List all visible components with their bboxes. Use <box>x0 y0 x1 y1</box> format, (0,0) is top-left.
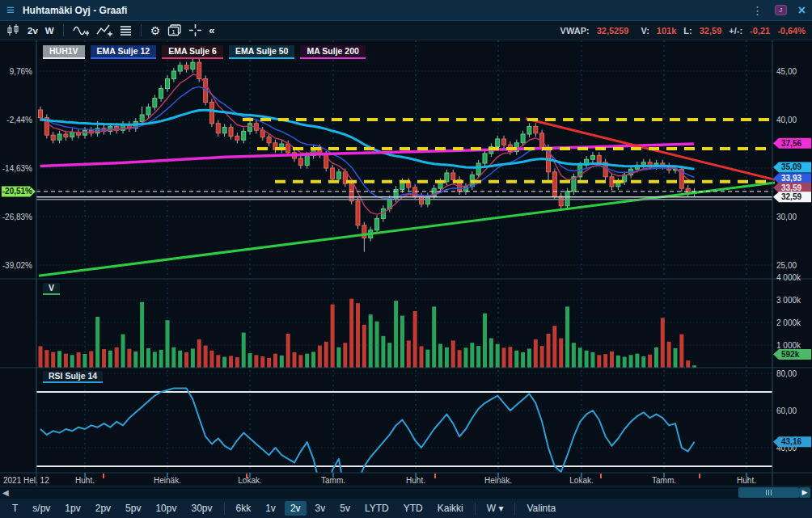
candle <box>267 137 271 143</box>
volume-bar <box>82 354 87 368</box>
volume-bar <box>635 354 639 368</box>
candle <box>242 131 246 140</box>
period-toolbar: Ts/pv1pv2pv5pv10pv30pv6kk1v2v3v5vLYTDYTD… <box>0 499 812 518</box>
svg-text:37,56: 37,56 <box>781 139 801 148</box>
volume-bar <box>648 355 652 368</box>
close-icon[interactable]: × <box>798 4 806 17</box>
legend-chip-huh1v[interactable]: HUH1V <box>43 45 85 59</box>
volume-bar <box>260 356 264 368</box>
interval-dropdown[interactable]: W ▾ <box>481 501 510 516</box>
period-button-2pv[interactable]: 2pv <box>90 501 116 516</box>
legend-chip-ema-sulje-12[interactable]: EMA Sulje 12 <box>91 45 157 59</box>
more-menu-icon[interactable]: ⋮ <box>752 4 763 17</box>
interval-button[interactable]: W <box>45 26 54 36</box>
add-indicator-icon[interactable] <box>73 23 89 38</box>
volume-axis-label: 4 000k <box>776 273 801 282</box>
scroll-right-icon[interactable]: ▶ <box>799 487 810 498</box>
candle <box>216 124 220 133</box>
collapse-toolbar-icon[interactable]: « <box>209 24 214 36</box>
volume-bar <box>242 333 246 368</box>
volume-bar <box>572 343 576 368</box>
candle <box>331 168 335 179</box>
range-button[interactable]: 2v <box>27 26 38 36</box>
time-scrollbar[interactable]: ◀ ▶ <box>0 486 812 499</box>
period-button-5pv[interactable]: 5pv <box>120 501 146 516</box>
period-button-lytd[interactable]: LYTD <box>359 501 395 516</box>
period-button-30pv[interactable]: 30pv <box>185 501 218 516</box>
chart-canvas[interactable]: 9,76%-2,44%-14,63%-26,83%-39,02%45,0040,… <box>0 40 812 486</box>
volume-bar <box>489 339 493 368</box>
period-button-t[interactable]: T <box>6 501 23 516</box>
scroll-left-icon[interactable]: ◀ <box>2 487 9 499</box>
volume-bar <box>559 339 563 368</box>
selection-button[interactable]: Valinta <box>521 501 561 516</box>
left-axis-label: -2,44% <box>6 116 32 124</box>
event-tick <box>699 474 700 478</box>
x-axis-label: Huht. <box>406 476 425 485</box>
x-axis-label: Lokak. <box>238 476 261 485</box>
period-button-5v[interactable]: 5v <box>334 501 356 516</box>
period-button-1pv[interactable]: 1pv <box>59 501 86 516</box>
candle-style-icon[interactable] <box>6 23 20 38</box>
right-axis-label: 45,00 <box>776 67 797 76</box>
svg-text:33,93: 33,93 <box>781 174 801 183</box>
scrollbar-thumb[interactable] <box>738 487 799 498</box>
candle <box>349 183 353 201</box>
candle <box>178 65 182 71</box>
rsi-line <box>40 388 695 486</box>
candle <box>641 162 645 166</box>
menu-icon[interactable]: ≡ <box>6 3 15 17</box>
legend-chip-ma-sulje-200[interactable]: MA Sulje 200 <box>300 45 365 59</box>
legend-chip-ema-sulje-6[interactable]: EMA Sulje 6 <box>162 45 223 59</box>
candle <box>590 155 594 159</box>
volume-bar <box>298 355 302 368</box>
crosshair-icon[interactable] <box>189 23 201 38</box>
volume-bar <box>629 355 633 368</box>
change-pct-value: -0,64% <box>777 26 806 36</box>
period-button-10pv[interactable]: 10pv <box>150 501 182 516</box>
svg-text:32,59: 32,59 <box>781 192 801 201</box>
volume-bar <box>527 348 531 368</box>
x-axis-label: Heinäk. <box>154 476 181 485</box>
candle <box>375 218 379 230</box>
volume-bar <box>311 352 315 368</box>
period-button-6kk[interactable]: 6kk <box>230 501 257 516</box>
period-button-3v[interactable]: 3v <box>310 501 332 516</box>
left-axis-label: -14,63% <box>2 164 32 173</box>
right-axis-label: 25,00 <box>776 261 797 270</box>
legend-chip-ema-sulje-50[interactable]: EMA Sulje 50 <box>229 45 295 59</box>
volume-label: V: <box>641 26 649 36</box>
settings-gear-icon[interactable]: ⚙ <box>150 23 161 38</box>
volume-bar <box>451 340 455 368</box>
rsi-pane-label[interactable]: RSI Sulje 14 <box>43 371 103 383</box>
period-button-kaikki[interactable]: Kaikki <box>432 501 469 516</box>
volume-bar <box>432 306 436 368</box>
volume-bar <box>216 355 220 368</box>
volume-bar <box>77 352 81 368</box>
volume-bar <box>508 347 512 368</box>
period-button-1v[interactable]: 1v <box>260 501 281 516</box>
divider <box>141 24 142 36</box>
volume-bar <box>254 355 258 368</box>
candle <box>552 172 556 196</box>
svg-text:592k: 592k <box>781 350 800 359</box>
volume-bar <box>534 339 538 368</box>
add-drawing-icon[interactable] <box>96 23 112 38</box>
objects-list-icon[interactable] <box>120 23 132 38</box>
candle <box>184 65 188 69</box>
vwap-value: 32,5259 <box>597 26 629 36</box>
volume-bar <box>425 350 429 368</box>
volume-bar <box>39 346 43 368</box>
period-button-ytd[interactable]: YTD <box>398 501 429 516</box>
volume-bar <box>381 336 385 368</box>
volume-axis-label: 1 000k <box>776 341 801 350</box>
left-axis-label: -39,02% <box>2 261 32 270</box>
divider <box>224 503 225 515</box>
volume-bar <box>166 320 170 368</box>
period-button-spv[interactable]: s/pv <box>27 501 56 516</box>
volume-pane-label[interactable]: V <box>43 283 60 295</box>
event-tick <box>103 474 104 478</box>
period-button-2v[interactable]: 2v <box>285 501 307 516</box>
layouts-icon[interactable]: 1 <box>167 23 182 38</box>
volume-bar <box>394 301 398 368</box>
